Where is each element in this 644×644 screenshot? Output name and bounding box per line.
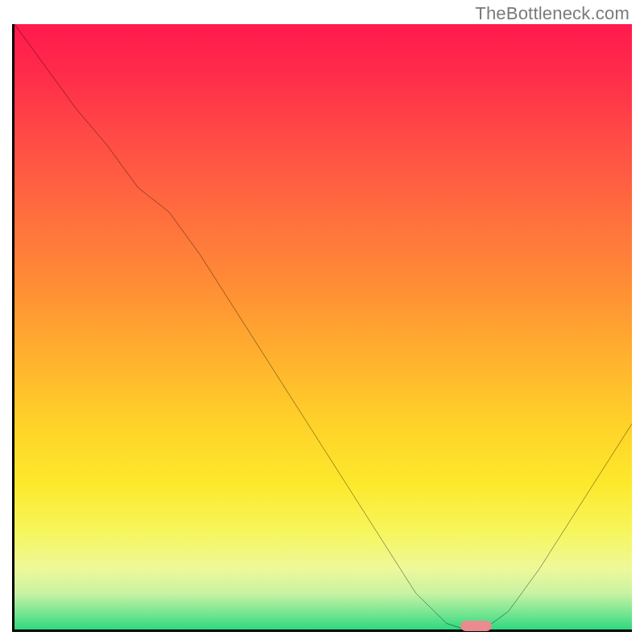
- bottleneck-curve: [14, 24, 632, 630]
- chart-plot-area: [12, 24, 632, 632]
- watermark-text: TheBottleneck.com: [475, 3, 630, 24]
- optimal-range-marker: [460, 621, 492, 631]
